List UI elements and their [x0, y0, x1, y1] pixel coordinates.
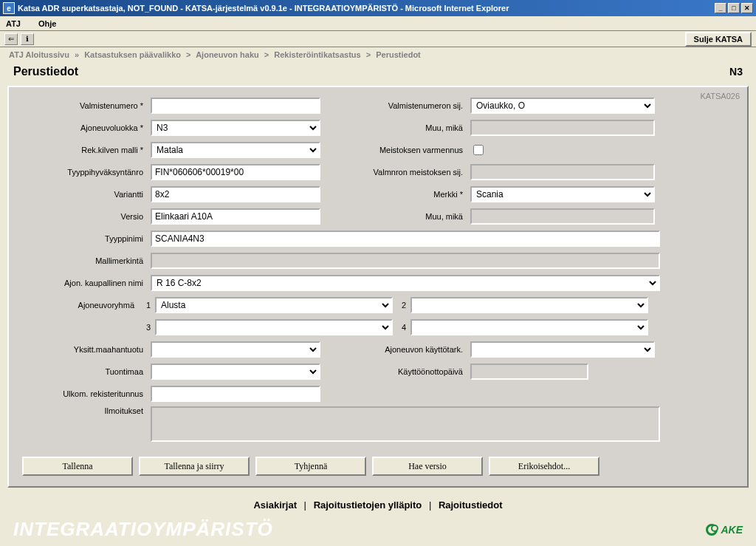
panel-code: KATSA026 — [700, 92, 740, 100]
select-valmistenumeron-sij[interactable]: Oviaukko, O — [470, 98, 655, 114]
link-rajoitus-yllapito[interactable]: Rajoitustietojen ylläpito — [314, 499, 422, 511]
label-valmistenumeron-sij: Valmistenumeron sij. — [344, 101, 466, 110]
label-merkki: Merkki * — [344, 190, 466, 199]
input-tyyppihyv[interactable] — [151, 164, 320, 180]
menu-atj[interactable]: ATJ — [6, 19, 21, 28]
ie-icon: e — [3, 2, 15, 14]
toolbar: ⇐ ℹ Sulje KATSA — [0, 31, 756, 47]
link-asiakirjat[interactable]: Asiakirjat — [253, 499, 297, 511]
crumb-2[interactable]: Ajoneuvon haku — [196, 50, 259, 59]
vehicle-class-code: N3 — [729, 66, 743, 78]
label-tyyppinimi: Tyyppinimi — [22, 234, 146, 243]
select-rekkilven[interactable]: Matala — [151, 142, 320, 158]
select-ajoneuvoryhma-2[interactable] — [410, 297, 648, 313]
ake-logo: AKE — [706, 524, 743, 536]
group-num-3: 3 — [142, 323, 151, 332]
window-titlebar: e Katsa ADR superkatsastaja, NOT_FOUND -… — [0, 0, 756, 16]
select-merkki[interactable]: Scania — [470, 186, 655, 202]
group-num-4: 4 — [397, 323, 406, 332]
info-button[interactable]: ℹ — [21, 33, 34, 45]
input-tyyppinimi[interactable] — [151, 231, 660, 247]
label-muu-mika2: Muu, mikä — [344, 212, 466, 221]
close-window-button[interactable]: ✕ — [741, 3, 753, 13]
footer: INTEGRAATIOYMPÄRISTÖ AKE — [0, 515, 756, 546]
label-tuontimaa: Tuontimaa — [22, 367, 146, 376]
select-kaupallinen[interactable]: R 16 C-8x2 — [151, 275, 660, 291]
label-valmistenumero: Valmistenumero * — [22, 101, 146, 110]
group-num-1: 1 — [142, 301, 151, 310]
select-ajoneuvoryhma-1[interactable]: Alusta — [155, 297, 393, 313]
select-ajoneuvoluokka[interactable]: N3 — [151, 120, 320, 136]
back-button[interactable]: ⇐ — [4, 33, 18, 45]
bottom-links: Asiakirjat | Rajoitustietojen ylläpito |… — [0, 495, 756, 515]
label-ilmoitukset: Ilmoitukset — [22, 406, 146, 415]
menubar: ATJ Ohje — [0, 16, 756, 31]
button-tyhjenna[interactable]: Tyhjennä — [255, 457, 366, 476]
minimize-button[interactable]: _ — [715, 3, 726, 13]
menu-help[interactable]: Ohje — [38, 19, 56, 28]
label-rekkilven: Rek.kilven malli * — [22, 146, 146, 154]
button-tallenna[interactable]: Tallenna — [22, 457, 133, 476]
label-kaupallinen: Ajon. kaupallinen nimi — [22, 279, 146, 287]
window-title: Katsa ADR superkatsastaja, NOT_FOUND - K… — [18, 4, 715, 13]
input-muu-mika2 — [470, 208, 655, 225]
link-rajoitustiedot[interactable]: Rajoitustiedot — [439, 499, 503, 511]
label-versio: Versio — [22, 212, 146, 221]
maximize-button[interactable]: □ — [728, 3, 740, 13]
input-mallimerkinta — [151, 253, 660, 269]
logo-ring-icon — [706, 524, 718, 536]
label-kayttotark: Ajoneuvon käyttötark. — [344, 345, 466, 354]
label-muu-mika: Muu, mikä — [344, 123, 466, 132]
label-kayttoonotto: Käyttöönottopäivä — [344, 367, 466, 376]
select-tuontimaa[interactable] — [151, 364, 320, 380]
label-ajoneuvoryhma: Ajoneuvoryhmä — [22, 301, 137, 310]
breadcrumb: ATJ Aloitussivu » Katsastuksen päävalikk… — [0, 47, 756, 62]
label-variantti: Variantti — [22, 190, 146, 199]
input-ulkom[interactable] — [151, 386, 320, 402]
select-ajoneuvoryhma-3[interactable] — [155, 319, 393, 335]
label-ulkom: Ulkom. rekisteritunnus — [22, 389, 146, 398]
textarea-ilmoitukset — [151, 406, 660, 442]
button-tallenna-siirry[interactable]: Tallenna ja siirry — [139, 457, 250, 476]
action-button-row: Tallenna Tallenna ja siirry Tyhjennä Hae… — [22, 442, 734, 480]
input-variantti[interactable] — [151, 186, 320, 202]
label-tyyppihyv: Tyyppihyväksyntänro — [22, 168, 146, 177]
close-katsa-button[interactable]: Sulje KATSA — [685, 32, 752, 47]
label-valmnron-sij: Valmnron meistoksen sij. — [344, 168, 466, 177]
button-erikoisehdot[interactable]: Erikoisehdot... — [489, 457, 599, 476]
checkbox-meistoksen[interactable] — [473, 145, 484, 155]
input-muu-mika — [470, 120, 655, 136]
input-versio[interactable] — [151, 208, 320, 225]
select-yksitt[interactable] — [151, 341, 320, 358]
select-kayttotark[interactable] — [470, 341, 655, 358]
crumb-1[interactable]: Katsastuksen päävalikko — [84, 50, 181, 59]
button-hae-versio[interactable]: Hae versio — [372, 457, 483, 476]
page-heading-row: Perustiedot N3 — [0, 62, 756, 86]
group-num-2: 2 — [397, 301, 406, 310]
label-ajoneuvoluokka: Ajoneuvoluokka * — [22, 123, 146, 132]
input-valmnron-sij — [470, 164, 655, 180]
page-title: Perustiedot — [13, 65, 78, 78]
label-yksitt: Yksitt.maahantuotu — [22, 345, 146, 354]
input-kayttoonotto — [470, 364, 588, 380]
crumb-4: Perustiedot — [376, 50, 421, 59]
label-mallimerkinta: Mallimerkintä — [22, 256, 146, 265]
form-panel: KATSA026 Valmistenumero * Valmistenumero… — [7, 86, 749, 488]
crumb-0[interactable]: ATJ Aloitussivu — [9, 50, 69, 59]
crumb-3[interactable]: Rekisteröintikatsastus — [274, 50, 360, 59]
label-meistoksen: Meistoksen varmennus — [344, 146, 466, 154]
environment-label: INTEGRAATIOYMPÄRISTÖ — [13, 518, 273, 541]
select-ajoneuvoryhma-4[interactable] — [410, 319, 648, 335]
input-valmistenumero[interactable] — [151, 98, 320, 114]
